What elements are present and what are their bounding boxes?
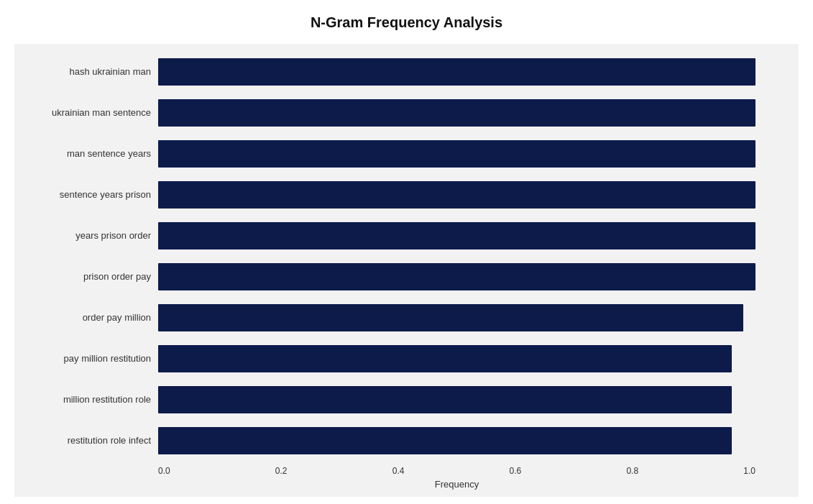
- x-tick: 1.0: [743, 466, 755, 476]
- bar-row: prison order pay: [22, 256, 755, 297]
- bar-fill: [158, 99, 755, 127]
- x-tick: 0.6: [510, 466, 522, 476]
- bar-track: [158, 58, 755, 86]
- chart-container: N-Gram Frequency Analysis hash ukrainian…: [0, 0, 813, 504]
- bar-label: prison order pay: [22, 271, 158, 282]
- bar-fill: [158, 386, 732, 413]
- bar-label: order pay million: [22, 312, 158, 323]
- x-tick: 0.0: [158, 466, 170, 476]
- bar-track: [158, 222, 755, 249]
- chart-title: N-Gram Frequency Analysis: [311, 14, 502, 31]
- bar-track: [158, 140, 755, 168]
- bar-row: order pay million: [22, 297, 755, 338]
- bar-row: million restitution role: [22, 379, 755, 420]
- bar-row: hash ukrainian man: [22, 51, 755, 92]
- bar-track: [158, 386, 755, 413]
- bar-track: [158, 345, 755, 372]
- x-tick: 0.8: [626, 466, 638, 476]
- bar-track: [158, 427, 755, 454]
- x-axis-section: 0.00.20.40.60.81.0 Frequency: [158, 463, 755, 490]
- bars-section: hash ukrainian manukrainian man sentence…: [22, 51, 755, 461]
- bar-track: [158, 99, 755, 127]
- bar-fill: [158, 345, 732, 372]
- bar-row: man sentence years: [22, 133, 755, 174]
- bar-label: million restitution role: [22, 394, 158, 405]
- x-axis-label: Frequency: [158, 479, 755, 490]
- x-axis-ticks: 0.00.20.40.60.81.0: [158, 466, 755, 476]
- bar-track: [158, 304, 755, 331]
- bar-fill: [158, 427, 732, 454]
- x-tick: 0.2: [275, 466, 288, 476]
- bar-row: sentence years prison: [22, 174, 755, 215]
- bar-fill: [158, 263, 755, 290]
- bar-row: restitution role infect: [22, 420, 755, 461]
- bar-fill: [158, 140, 755, 168]
- x-tick: 0.4: [392, 466, 405, 476]
- bar-fill: [158, 58, 755, 86]
- bar-label: hash ukrainian man: [22, 66, 158, 77]
- bar-label: pay million restitution: [22, 353, 158, 364]
- bar-label: ukrainian man sentence: [22, 107, 158, 118]
- bar-row: years prison order: [22, 215, 755, 256]
- bar-track: [158, 263, 755, 290]
- bar-fill: [158, 181, 755, 209]
- bar-row: pay million restitution: [22, 338, 755, 379]
- bar-label: restitution role infect: [22, 435, 158, 446]
- bar-row: ukrainian man sentence: [22, 92, 755, 133]
- bar-label: years prison order: [22, 230, 158, 241]
- bar-track: [158, 181, 755, 209]
- bar-fill: [158, 222, 755, 249]
- bar-label: sentence years prison: [22, 189, 158, 200]
- bar-label: man sentence years: [22, 148, 158, 159]
- bar-fill: [158, 304, 743, 331]
- chart-area: hash ukrainian manukrainian man sentence…: [14, 44, 799, 497]
